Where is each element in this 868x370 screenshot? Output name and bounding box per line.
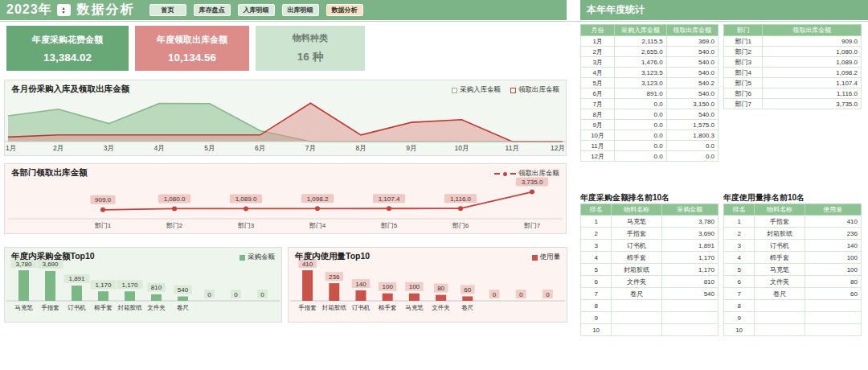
table-cell: 部门5 [724,78,763,88]
kpi-label: 物料种类 [293,32,328,44]
table-row: 部门31,089.0 [724,57,862,68]
kpi-card-material-types: 物料种类 16 种 [256,26,365,71]
table-cell: 8 [724,300,755,312]
svg-text:订书机: 订书机 [352,304,371,311]
table-row: 7月0.03,150.0 [581,99,719,109]
table-cell: 部门3 [724,57,763,68]
table-cell: 1,080.0 [763,47,862,57]
table-cell [612,312,661,324]
department-table: 部门领取出库金额部门1909.0部门21,080.0部门31,089.0部门41… [723,24,862,109]
nav-button-outbound-detail[interactable]: 出库明细 [282,4,319,16]
legend-swatch-icon [510,88,516,93]
svg-text:马克笔: 马克笔 [14,304,33,311]
svg-text:0: 0 [519,291,523,298]
table-cell [661,312,718,324]
table-cell: 810 [661,276,718,288]
table-cell [805,300,861,312]
legend-label: 领取出库金额 [518,85,559,95]
svg-text:60: 60 [464,286,471,294]
purchase-rank-title: 年度采购金额排名前10名 [580,192,669,204]
table-cell: 棉手套 [755,252,805,264]
table-cell: 6月 [581,88,615,99]
table-cell [805,324,861,336]
svg-text:部门2: 部门2 [166,222,183,229]
nav-button-inventory-check[interactable]: 库存盘点 [194,4,231,16]
table-cell: 909.0 [763,36,862,47]
spinner-down-icon[interactable]: ▼ [62,10,66,14]
table-cell: 马克笔 [612,216,661,228]
table-cell: 3 [724,240,755,252]
table-header-cell: 领取出库金额 [763,25,862,36]
purchase-rank-table: 排名物料名称采购金额1马克笔3,7802手指套3,6903订书机1,8914棉手… [580,204,719,336]
svg-text:封箱胶纸: 封箱胶纸 [117,304,143,311]
table-cell: 60 [805,288,861,300]
table-cell: 540.2 [666,78,718,88]
table-header-cell: 排名 [581,204,612,216]
svg-text:1月: 1月 [6,144,16,152]
table-row: 6文件夹810 [581,276,719,288]
table-header-cell: 排名 [724,204,755,216]
dashboard: 2023年 ▲ ▼ 数据分析 首页 库存盘点 入库明细 出库明细 数据分析 本年… [0,0,868,370]
table-row: 10 [581,324,719,336]
table-row: 1马克笔3,780 [581,216,719,228]
table-row: 10 [724,324,862,336]
table-cell: 3,735.0 [763,99,862,109]
legend-swatch-icon [532,255,538,261]
table-row: 3月1,476.0540.0 [581,57,719,68]
table-cell: 1 [724,216,755,228]
kpi-value: 16 种 [297,50,323,64]
table-cell: 订书机 [755,240,805,252]
svg-text:手指套: 手指套 [41,304,59,311]
table-row: 9 [724,312,862,324]
svg-text:1,098.2: 1,098.2 [307,195,329,203]
table-cell: 540 [661,288,718,300]
table-cell: 0.0 [666,151,718,162]
table-row: 2手指套3,690 [581,228,719,240]
table-cell: 6 [581,276,612,288]
table-row: 5马克笔100 [724,264,862,276]
table-cell: 2 [581,228,612,240]
svg-text:棉手套: 棉手套 [93,304,113,311]
legend-swatch-icon [240,255,245,261]
svg-text:11月: 11月 [506,144,519,152]
svg-text:1,107.4: 1,107.4 [379,195,400,203]
svg-text:部门1: 部门1 [95,222,112,229]
table-cell: 10 [724,324,755,336]
table-header-cell: 使用量 [805,204,861,216]
table-cell: 1,575.0 [666,120,718,130]
table-cell: 4 [581,252,612,264]
table-cell: 540.0 [666,68,718,78]
table-row: 部门61,116.0 [724,88,862,99]
table-header-cell: 部门 [724,25,763,36]
table-cell [612,324,661,336]
svg-text:部门7: 部门7 [524,222,541,229]
table-cell: 236 [805,228,861,240]
svg-text:12月: 12月 [551,144,565,152]
area-chart-panel: 各月份采购入库及领取出库金额 采购入库金额 领取出库金额 1月2月3月4月5月6… [4,80,567,156]
table-header-cell: 领取出库金额 [666,25,718,36]
table-cell: 3,123.0 [615,78,666,88]
svg-text:540: 540 [178,286,189,294]
svg-text:1,170: 1,170 [95,282,112,289]
year-spinner-control[interactable]: ▲ ▼ [57,4,71,16]
legend-label: 采购入库金额 [460,85,501,95]
table-row: 8 [581,300,719,312]
table-cell: 9月 [581,120,615,130]
table-cell: 0.0 [615,99,666,109]
table-cell: 0.0 [615,141,666,151]
table-row: 2封箱胶纸236 [724,228,862,240]
table-cell: 0.0 [615,120,666,130]
table-cell: 卷尺 [612,288,661,300]
nav-button-inbound-detail[interactable]: 入库明细 [238,4,275,16]
line-chart-panel: 各部门领取出库金额 领取出库金额 909.0部门11,080.0部门21,089… [4,163,567,234]
table-cell: 马克笔 [755,264,805,276]
table-header-cell: 采购金额 [661,204,718,216]
nav-button-data-analysis[interactable]: 数据分析 [326,4,363,16]
table-row: 部门51,107.4 [724,78,862,88]
table-row: 部门1909.0 [724,36,862,47]
table-cell: 1,800.3 [666,130,718,141]
table-row: 1手指套410 [724,216,862,228]
nav-button-home[interactable]: 首页 [149,4,186,16]
table-row: 5月3,123.0540.2 [581,78,719,88]
table-cell: 100 [805,264,861,276]
